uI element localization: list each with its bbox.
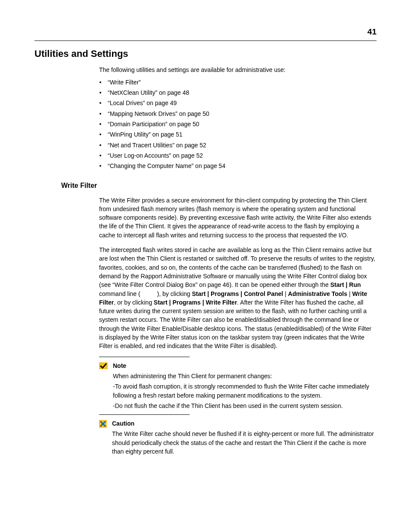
bullet-icon: • <box>99 88 102 97</box>
list-item-label: “Changing the Computer Name” on page 54 <box>108 162 225 170</box>
text-bold: Start | Programs | Write Filter <box>154 299 237 306</box>
bullet-icon: • <box>99 120 102 128</box>
list-item: •“User Log-on Accounts” on page 52 <box>99 151 377 160</box>
text-run: , or by clicking <box>114 299 154 306</box>
caution-title: Caution <box>112 419 377 428</box>
page-number: 41 <box>34 26 377 38</box>
bullet-icon: • <box>99 162 102 170</box>
list-item-label: “Domain Participation” on page 50 <box>108 120 199 128</box>
list-item: •“Domain Participation” on page 50 <box>99 120 377 128</box>
caution-block: Caution The Write Filter cache should ne… <box>99 419 377 457</box>
paragraph: The intercepted flash writes stored in c… <box>99 246 377 351</box>
bullet-icon: • <box>99 78 102 87</box>
svg-rect-0 <box>99 362 108 369</box>
text-run: . After the Write Filter has flushed the… <box>99 299 371 349</box>
horizontal-rule <box>34 40 377 41</box>
list-item: •“Local Drives” on page 49 <box>99 99 377 107</box>
bullet-icon: • <box>99 109 102 118</box>
note-line: -To avoid flash corruption, it is strong… <box>113 382 377 400</box>
list-item-label: “Mapping Network Drives” on page 50 <box>108 109 209 118</box>
list-item-label: “Local Drives” on page 49 <box>108 99 177 107</box>
caution-content: Caution The Write Filter cache should ne… <box>112 419 377 457</box>
check-icon <box>99 362 108 412</box>
note-line: When administering the Thin Client for p… <box>113 372 377 380</box>
bullet-icon: • <box>99 141 102 149</box>
text-run: command line ( ), by clicking <box>99 290 192 297</box>
bullet-list: •“Write Filter” •“NetXClean Utility” on … <box>99 78 377 171</box>
note-divider <box>99 414 190 415</box>
list-item: •“WinPing Utility” on page 51 <box>99 130 377 139</box>
caution-icon <box>99 420 107 457</box>
note-divider <box>99 357 190 357</box>
subsection-body: The Write Filter provides a secure envir… <box>99 196 377 458</box>
body-block: The following utilities and settings are… <box>99 65 377 170</box>
list-item: •“Changing the Computer Name” on page 54 <box>99 162 377 170</box>
text-run: | <box>347 290 352 297</box>
list-item: •“Net and Tracert Utilities” on page 52 <box>99 141 377 149</box>
note-line: -Do not flush the cache if the Thin Clie… <box>113 401 377 410</box>
section-heading: Utilities and Settings <box>34 47 377 61</box>
list-item: •“Mapping Network Drives” on page 50 <box>99 109 377 118</box>
text-bold: Start | Run <box>330 281 361 288</box>
paragraph: The Write Filter provides a secure envir… <box>99 196 377 240</box>
text-bold: Start | Programs | Control Panel <box>192 290 283 297</box>
list-item-label: “NetXClean Utility” on page 48 <box>108 88 189 97</box>
list-item-label: “Net and Tracert Utilities” on page 52 <box>108 141 206 149</box>
note-content: Note When administering the Thin Client … <box>113 361 377 412</box>
text-bold: Administrative Tools <box>288 290 347 297</box>
bullet-icon: • <box>99 130 102 139</box>
list-item: •“Write Filter” <box>99 78 377 87</box>
intro-text: The following utilities and settings are… <box>99 65 377 74</box>
caution-text: The Write Filter cache should never be f… <box>112 429 377 456</box>
list-item: •“NetXClean Utility” on page 48 <box>99 88 377 97</box>
text-run: | <box>283 290 288 297</box>
note-title: Note <box>113 361 377 370</box>
list-item-label: “Write Filter” <box>108 78 141 87</box>
note-block: Note When administering the Thin Client … <box>99 361 377 412</box>
list-item-label: “WinPing Utility” on page 51 <box>108 130 183 139</box>
bullet-icon: • <box>99 99 102 107</box>
bullet-icon: • <box>99 151 102 160</box>
subsection-heading: Write Filter <box>61 180 377 190</box>
list-item-label: “User Log-on Accounts” on page 52 <box>108 151 203 160</box>
